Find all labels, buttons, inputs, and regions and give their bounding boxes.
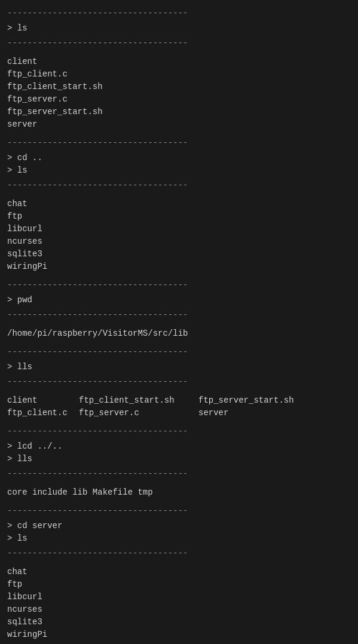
output-line: ftp_client_start.sh: [7, 81, 351, 93]
output-line: ncurses: [7, 603, 351, 616]
col-ftp-client-start: ftp_client_start.sh: [79, 394, 198, 407]
command-lls2: > lls: [7, 453, 351, 465]
divider: ------------------------------------: [7, 547, 351, 560]
output-line: sqlite3: [7, 248, 351, 260]
output-line: ftp: [7, 210, 351, 223]
output-line: ncurses: [7, 235, 351, 248]
command-ls3: > ls: [7, 532, 351, 545]
terminal-block-2: ------------------------------------ > c…: [7, 137, 351, 277]
output-columns-row2: ftp_client.c ftp_server.c server: [7, 407, 351, 419]
divider: ------------------------------------: [7, 7, 351, 20]
command-ls: > ls: [7, 22, 351, 35]
output-line: client: [7, 56, 351, 68]
terminal-block-5: ------------------------------------ > l…: [7, 425, 351, 502]
divider: ------------------------------------: [7, 179, 351, 192]
output-line: server: [7, 118, 351, 131]
output-line: libcurl: [7, 591, 351, 603]
output-line: ftp: [7, 578, 351, 591]
col-client: client: [7, 394, 79, 407]
terminal-block-1: ------------------------------------ > l…: [7, 7, 351, 134]
col-ftp-client-c: ftp_client.c: [7, 407, 79, 419]
terminal-block-3: ------------------------------------ > p…: [7, 279, 351, 344]
command-lcd: > lcd ../..: [7, 440, 351, 453]
divider: ------------------------------------: [7, 137, 351, 149]
col-ftp-server-c: ftp_server.c: [79, 407, 198, 419]
output-line: libcurl: [7, 223, 351, 235]
terminal-block-6: ------------------------------------ > c…: [7, 505, 351, 644]
command-lls: > lls: [7, 361, 351, 373]
divider: ------------------------------------: [7, 37, 351, 50]
command-pwd: > pwd: [7, 294, 351, 306]
output-line: chat: [7, 198, 351, 210]
terminal-block-4: ------------------------------------ > l…: [7, 346, 351, 423]
output-line: sqlite3: [7, 616, 351, 628]
col-ftp-server-start: ftp_server_start.sh: [198, 394, 306, 407]
divider: ------------------------------------: [7, 279, 351, 292]
output-line: chat: [7, 566, 351, 578]
command-cd: > cd ..: [7, 152, 351, 164]
output-pwd-path: /home/pi/raspberry/VisitorMS/src/lib: [7, 327, 351, 340]
divider: ------------------------------------: [7, 346, 351, 358]
output-line: wiringPi: [7, 628, 351, 641]
output-line: ftp_server_start.sh: [7, 106, 351, 118]
output-line: wiringPi: [7, 260, 351, 273]
command-ls2: > ls: [7, 164, 351, 177]
command-cd-server: > cd server: [7, 520, 351, 532]
col-server: server: [198, 407, 306, 419]
divider: ------------------------------------: [7, 425, 351, 438]
divider: ------------------------------------: [7, 468, 351, 480]
output-line: ftp_server.c: [7, 93, 351, 106]
divider: ------------------------------------: [7, 376, 351, 388]
terminal-window: ------------------------------------ > l…: [7, 7, 351, 644]
divider: ------------------------------------: [7, 505, 351, 517]
output-lls-result: core include lib Makefile tmp: [7, 486, 351, 499]
output-columns-row1: client ftp_client_start.sh ftp_server_st…: [7, 394, 351, 407]
divider: ------------------------------------: [7, 309, 351, 321]
output-line: ftp_client.c: [7, 68, 351, 81]
